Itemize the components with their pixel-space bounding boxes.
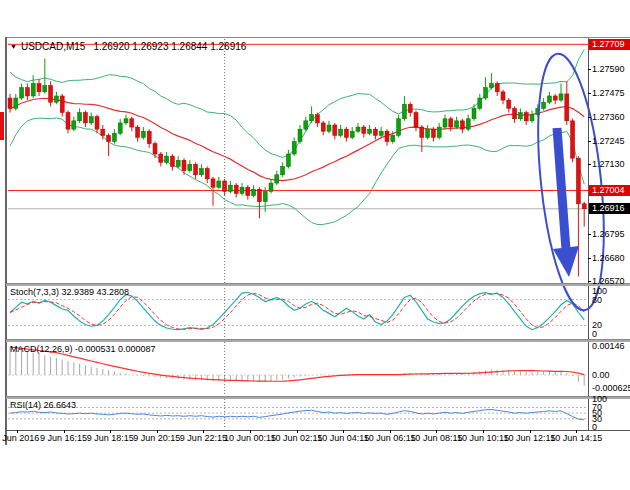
- price-tick-mark: [588, 258, 591, 259]
- price-tick-label: 1.27130: [592, 159, 625, 170]
- candle-up: [559, 94, 563, 100]
- candle-down: [130, 119, 134, 127]
- candle-up: [368, 129, 372, 133]
- time-tick-mark: [17, 430, 18, 433]
- candle-up: [304, 121, 308, 129]
- candle-up: [402, 104, 406, 119]
- time-tick-mark: [483, 430, 484, 433]
- candle-down: [513, 108, 517, 118]
- panel-separator-stoch[interactable]: [6, 283, 630, 286]
- panel-separator-macd[interactable]: [6, 339, 630, 342]
- candle-up: [281, 166, 285, 174]
- candle-down: [565, 94, 569, 121]
- rsi-label: RSI(14) 26.6643: [10, 400, 76, 411]
- candle-up: [217, 181, 221, 187]
- candle-down: [246, 187, 250, 195]
- candle-up: [43, 86, 47, 92]
- time-tick-mark: [297, 430, 298, 433]
- candle-up: [263, 191, 267, 201]
- down-arrow-head: [553, 246, 579, 277]
- chart-canvas[interactable]: [0, 0, 630, 490]
- price-tick-mark: [588, 69, 591, 70]
- candle-down: [501, 92, 505, 100]
- candle-up: [124, 119, 128, 123]
- candle-up: [478, 98, 482, 108]
- time-tick-label: 10 Jun 14:15: [550, 433, 602, 444]
- time-tick-label: 9 Jun 20:15: [133, 433, 180, 444]
- candle-up: [31, 84, 35, 96]
- candle-down: [321, 123, 325, 131]
- candle-partial-left-edge: [0, 112, 4, 140]
- candle-down: [571, 121, 575, 158]
- candle-up: [14, 98, 18, 108]
- main-chart-panel: [8, 44, 588, 276]
- candle-down: [576, 158, 580, 204]
- time-tick-label: 10 Jun 12:15: [504, 433, 556, 444]
- price-badge-red: 1.27004: [589, 185, 630, 196]
- candle-up: [118, 123, 122, 133]
- candle-up: [228, 185, 232, 191]
- macd-label: MACD(12,26,9) -0.000531 0.000087: [10, 344, 156, 355]
- price-badge-black: 1.26916: [589, 203, 630, 214]
- bollinger-upper-band: [10, 49, 584, 157]
- chart-quote-ohlc: 1.26920 1.26923 1.26844 1.26916: [93, 41, 246, 52]
- rsi-panel: [8, 407, 588, 419]
- stoch-scale-label: 80: [592, 295, 602, 306]
- mt4-chart-window: { "window": { "symbol_period": "USDCAD,M…: [0, 0, 630, 490]
- candle-up: [391, 135, 395, 141]
- candle-up: [472, 108, 476, 118]
- chart-title: ▼USDCAD,M151.26920 1.26923 1.26844 1.269…: [10, 41, 246, 52]
- candle-up: [443, 119, 447, 127]
- candle-up: [141, 131, 145, 137]
- time-tick-label: 10 Jun 08:15: [410, 433, 462, 444]
- candle-up: [20, 88, 24, 98]
- candle-down: [95, 117, 99, 129]
- candle-down: [83, 113, 87, 123]
- candle-down: [170, 156, 174, 166]
- time-tick-mark: [343, 430, 344, 433]
- time-tick-label: 9 Jun 2016: [0, 433, 39, 444]
- candle-down: [66, 113, 70, 130]
- candle-down: [194, 164, 198, 174]
- time-tick-mark: [390, 430, 391, 433]
- candle-down: [344, 129, 348, 137]
- time-tick-label: 10 Jun 00:15: [224, 433, 276, 444]
- candle-up: [275, 175, 279, 183]
- candle-up: [397, 119, 401, 136]
- price-tick-mark: [588, 141, 591, 142]
- time-tick-mark: [250, 430, 251, 433]
- candle-down: [257, 189, 261, 201]
- window-border-left: [5, 37, 7, 445]
- candle-down: [524, 113, 528, 121]
- candle-up: [72, 121, 76, 129]
- symbol-dropdown-icon[interactable]: ▼: [10, 43, 17, 50]
- macd-scale-label: -0.000625: [592, 383, 630, 394]
- time-tick-label: 9 Jun 16:15: [40, 433, 87, 444]
- panel-separator-rsi[interactable]: [6, 396, 630, 399]
- stoch-scale-label: 0: [592, 329, 597, 340]
- price-badge-red: 1.27709: [589, 39, 630, 50]
- rsi-line: [10, 409, 584, 419]
- price-tick-label: 1.27475: [592, 88, 625, 99]
- candle-down: [60, 96, 64, 113]
- candle-down: [107, 135, 111, 141]
- candle-up: [54, 96, 58, 102]
- candle-down: [147, 131, 151, 143]
- candle-down: [234, 185, 238, 193]
- candle-up: [530, 115, 534, 121]
- candle-down: [449, 119, 453, 127]
- price-tick-mark: [588, 93, 591, 94]
- candle-up: [356, 127, 360, 131]
- candle-down: [408, 104, 412, 112]
- candle-up: [252, 189, 256, 195]
- candle-up: [484, 88, 488, 98]
- time-tick-label: 9 Jun 18:15: [87, 433, 134, 444]
- price-tick-mark: [588, 234, 591, 235]
- candle-up: [176, 160, 180, 166]
- candle-up: [542, 102, 546, 108]
- candle-down: [153, 144, 157, 154]
- candle-down: [205, 169, 209, 179]
- candle-down: [136, 127, 140, 137]
- price-tick-mark: [588, 117, 591, 118]
- candle-up: [298, 129, 302, 141]
